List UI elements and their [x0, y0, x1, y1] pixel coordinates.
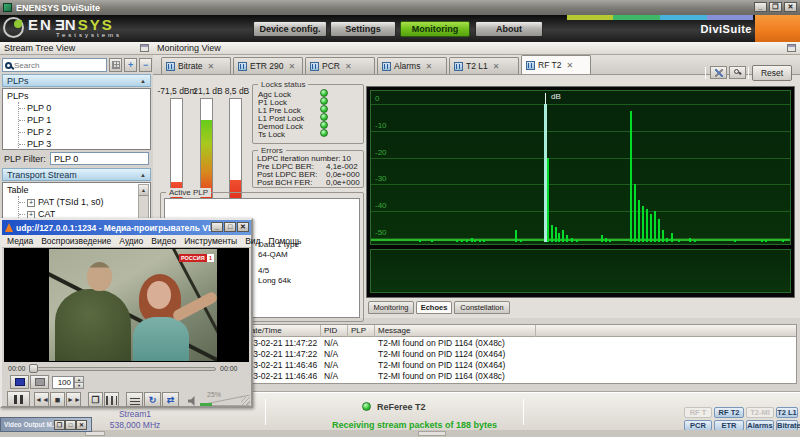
vout-restore-button[interactable]: ❐	[54, 420, 65, 430]
vlc-titlebar[interactable]: udp://127.0.0.1:1234 - Медиа-проигрывате…	[2, 220, 251, 235]
fullscreen-button[interactable]: ❐	[88, 392, 103, 407]
echo-bar	[761, 240, 763, 242]
video-mode-button[interactable]	[10, 375, 29, 389]
stream-tree-caption-label: Stream Tree View	[4, 43, 75, 53]
video-output-window[interactable]: Video Output M... ❐ □ ✕	[0, 417, 92, 432]
vlc-menu-audio[interactable]: Аудио	[119, 236, 143, 246]
close-tab-icon[interactable]: ✕	[566, 61, 573, 70]
zoom-spinner: 100 ▲ ▼	[52, 376, 84, 389]
settings-button[interactable]: Settings	[330, 21, 396, 37]
spin-down-icon[interactable]: ▼	[74, 382, 84, 389]
collapse-all-button[interactable]: −	[139, 58, 152, 72]
col-pid[interactable]: PID	[321, 325, 348, 337]
tab-rft2[interactable]: RF T2✕	[521, 55, 591, 74]
tab-bitrate[interactable]: Bitrate✕	[161, 57, 231, 74]
vlc-minimize-button[interactable]: _	[211, 222, 223, 232]
p1-lock-led	[320, 97, 328, 105]
vout-maximize-button[interactable]: □	[65, 420, 76, 430]
panel-window-icon[interactable]	[140, 44, 149, 52]
zoom-button[interactable]	[729, 66, 746, 79]
woman-face	[147, 281, 171, 309]
tab-alarms[interactable]: Alarms✕	[377, 57, 447, 74]
view-tab-monitoring[interactable]: Monitoring	[368, 301, 414, 314]
expand-plus-icon[interactable]: +	[27, 199, 35, 207]
previous-button[interactable]: ◄◄	[34, 392, 49, 407]
loop-button[interactable]: ↻	[144, 392, 161, 407]
vlc-menu-video[interactable]: Видео	[151, 236, 176, 246]
echo-bar	[765, 240, 767, 242]
close-tab-icon[interactable]: ✕	[289, 62, 296, 71]
mer-meter	[229, 98, 242, 206]
status-separator	[523, 399, 524, 425]
snapshot-mode-button[interactable]	[30, 375, 49, 389]
collapse-triangle-icon[interactable]: ▲	[140, 172, 146, 178]
vlc-menu-tools[interactable]: Инструменты	[184, 236, 237, 246]
device-config-button[interactable]: Device config.	[253, 21, 327, 37]
vlc-video-area[interactable]: РОССИЯ1	[4, 248, 249, 362]
l1post-lock-led	[320, 113, 328, 121]
l1pre-lock-led	[320, 105, 328, 113]
monitoring-button[interactable]: Monitoring	[400, 21, 470, 37]
about-button[interactable]: About	[475, 21, 543, 37]
pause-button[interactable]	[7, 391, 30, 407]
equalizer-button[interactable]	[104, 392, 119, 407]
zoom-value[interactable]: 100	[52, 376, 74, 389]
view-tab-echoes[interactable]: Echoes	[416, 301, 452, 314]
vlc-maximize-button[interactable]: □	[224, 222, 236, 232]
badge-t2l1[interactable]: T2 L1	[776, 407, 798, 418]
close-tab-icon[interactable]: ✕	[208, 62, 215, 71]
maximize-button[interactable]: ❐	[769, 2, 782, 12]
tab-etr290[interactable]: ETR 290✕	[233, 57, 303, 74]
plp-filter-input[interactable]	[50, 152, 149, 165]
close-tab-icon[interactable]: ✕	[345, 62, 352, 71]
collapse-triangle-icon[interactable]: ▲	[140, 78, 146, 84]
vlc-menu-playback[interactable]: Воспроизведение	[41, 236, 111, 246]
tree-item-plp1[interactable]: PLP 1	[19, 114, 150, 126]
badge-rft[interactable]: RF T	[684, 407, 712, 418]
transport-stream-header-label: Transport Stream	[7, 170, 77, 180]
vlc-menu-view[interactable]: Вид	[245, 236, 260, 246]
status-message: Receiving stream packets of 188 bytes	[332, 420, 497, 430]
tab-t2l1[interactable]: T2 L1✕	[449, 57, 519, 74]
shuffle-button[interactable]: ⇄	[162, 392, 179, 407]
close-button[interactable]: ✕	[784, 2, 797, 12]
badge-t2mi[interactable]: T2-MI	[746, 407, 774, 418]
seek-handle[interactable]	[29, 364, 38, 373]
close-tab-icon[interactable]: ✕	[425, 62, 432, 71]
reset-button[interactable]: Reset	[752, 65, 792, 81]
stop-button[interactable]: ■	[50, 392, 65, 407]
minimize-button[interactable]: _	[754, 2, 767, 12]
vout-close-button[interactable]: ✕	[76, 420, 87, 430]
playlist-button[interactable]	[126, 392, 143, 407]
vlc-title-text: udp://127.0.0.1:1234 - Медиа-проигрывате…	[16, 223, 211, 233]
panel-window-icon[interactable]	[787, 44, 796, 52]
echo-bar	[642, 206, 644, 242]
tree-item-plp0[interactable]: PLP 0	[19, 102, 150, 114]
vlc-menu-help[interactable]: Помощь	[269, 236, 302, 246]
plps-section-header[interactable]: PLPs ▲	[2, 74, 151, 87]
col-message[interactable]: Message	[375, 325, 536, 337]
close-tab-icon[interactable]: ✕	[493, 62, 500, 71]
tab-pcr[interactable]: PCR✕	[305, 57, 375, 74]
time-total: 00:00	[220, 365, 238, 372]
tree-root-table[interactable]: Table	[7, 184, 150, 196]
resize-grip[interactable]	[241, 397, 250, 406]
tree-item-plp2[interactable]: PLP 2	[19, 126, 150, 138]
view-mode-button[interactable]	[109, 58, 122, 72]
vlc-controls: ◄◄ ■ ►► ❐ ↻ ⇄ 25%	[2, 391, 251, 408]
tools-button[interactable]	[710, 66, 727, 79]
vlc-close-button[interactable]: ✕	[237, 222, 249, 232]
transport-stream-header[interactable]: Transport Stream ▲	[2, 168, 151, 181]
view-tab-constellation[interactable]: Constellation	[454, 301, 510, 314]
scroll-up-icon[interactable]: ▲	[139, 185, 148, 196]
tree-root-plps[interactable]: PLPs	[7, 90, 150, 102]
col-plp[interactable]: PLP	[348, 325, 375, 337]
badge-rft2[interactable]: RF T2	[714, 407, 744, 418]
tree-item-plp3[interactable]: PLP 3	[19, 138, 150, 150]
expand-all-button[interactable]: +	[124, 58, 137, 72]
search-input[interactable]	[14, 61, 100, 70]
tree-item-pat[interactable]: +PAT (TSId 1, s0)	[19, 196, 150, 208]
next-button[interactable]: ►►	[66, 392, 81, 407]
vlc-menu-media[interactable]: Медиа	[7, 236, 33, 246]
seek-slider[interactable]	[30, 367, 216, 371]
